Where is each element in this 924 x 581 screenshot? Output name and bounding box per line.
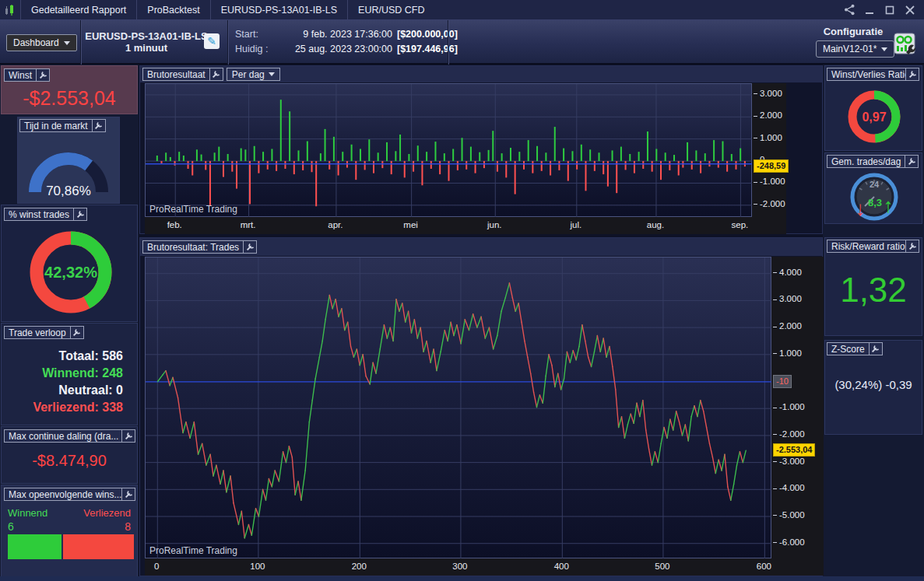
x-tick-label: mrt. xyxy=(231,220,265,229)
tab-probacktest[interactable]: ProBacktest xyxy=(136,0,209,19)
wrench-icon[interactable] xyxy=(122,488,135,501)
wrench-icon[interactable] xyxy=(905,155,919,168)
start-label: Start: xyxy=(235,27,276,42)
trades-chart-header: Brutoresultaat: Trades xyxy=(140,238,822,257)
wrench-icon[interactable] xyxy=(870,342,883,355)
svg-text:8,3: 8,3 xyxy=(868,197,882,208)
y-tick-label: -2.000 xyxy=(773,429,805,439)
x-tick-label: 400 xyxy=(544,562,578,571)
x-tick-label: 600 xyxy=(747,562,781,571)
widget-wv-ratio-title: Winst/Verlies Ratio xyxy=(827,68,906,81)
streak-win-label: Winnend xyxy=(8,507,47,519)
trades-chart-y-axis: 4.0003.0002.0001.000-1.000-2.000-3.000-4… xyxy=(771,257,824,576)
trade-verloop-row: Winnend: 248 xyxy=(2,365,139,382)
wrench-icon[interactable] xyxy=(906,68,919,81)
trades-chart-x-axis: 0100200300400500600 xyxy=(145,558,771,576)
tab-strategy[interactable]: EURUSD-PS-13A01-IB-LS xyxy=(210,0,347,19)
period-dropdown[interactable]: Per dag xyxy=(227,68,280,81)
tab-instrument[interactable]: EUR/USD CFD xyxy=(347,0,434,19)
winst-value: -$2.553,04 xyxy=(2,87,137,110)
period-dropdown-value: Per dag xyxy=(232,69,265,80)
x-tick-label: feb. xyxy=(157,220,191,229)
streak-lose-label: Verliezend xyxy=(83,507,131,519)
widget-risk-reward: Risk/Reward ratio 1,32 xyxy=(824,237,922,336)
widget-winst-title: Winst xyxy=(4,68,37,82)
equity-curve-plot[interactable]: ProRealTime Trading xyxy=(145,257,771,558)
max-daling-value: -$8.474,90 xyxy=(2,452,137,470)
share-icon[interactable] xyxy=(843,4,855,16)
y-tick-label: 3.000 xyxy=(773,294,802,303)
strategy-timeframe: 1 minuut xyxy=(84,42,209,54)
watermark: ProRealTime Trading xyxy=(149,204,237,215)
streak-win-bar xyxy=(8,534,61,559)
config-dropdown-value: MainV12-01* xyxy=(823,44,877,54)
current-amount: [$197.446,96] xyxy=(397,42,458,57)
dashboard-dropdown[interactable]: Dashboard xyxy=(6,34,77,51)
dashboard-dropdown-label: Dashboard xyxy=(13,37,59,48)
streak-win-value: 6 xyxy=(8,520,14,533)
widget-max-opeenvolgend-title: Max opeenvolgende wins... xyxy=(4,488,122,501)
y-tick-label: -2.000 xyxy=(754,199,785,208)
x-tick-label: 200 xyxy=(342,562,376,571)
y-tick-label: 2.000 xyxy=(773,321,802,331)
wrench-icon[interactable] xyxy=(37,68,50,82)
wrench-icon[interactable] xyxy=(244,240,257,254)
svg-text:0,97: 0,97 xyxy=(862,110,886,124)
backtest-period-info: Start: 9 feb. 2023 17:36:00 [$200.000,00… xyxy=(235,27,458,57)
daily-chart-header: Brutoresultaat Per dag xyxy=(140,66,822,83)
svg-text:↓: ↓ xyxy=(855,197,866,220)
x-tick-label: aug. xyxy=(638,220,673,229)
x-tick-label: jun. xyxy=(477,220,511,229)
x-tick-label: 300 xyxy=(443,562,477,571)
widget-tijd-in-de-markt: Tijd in de markt 70,86% xyxy=(17,117,120,204)
svg-text:↑: ↑ xyxy=(884,194,894,217)
y-tick-label: 1.000 xyxy=(773,348,802,358)
daily-chart-y-axis: 3.0002.0001.0000-1.000-2.000-248,59 xyxy=(752,83,786,234)
edit-pencil-icon[interactable]: ✎ xyxy=(204,33,220,49)
wrench-icon[interactable] xyxy=(71,326,84,339)
config-dropdown[interactable]: MainV12-01* xyxy=(816,40,894,58)
wrench-icon[interactable] xyxy=(906,240,919,253)
widget-risk-reward-title: Risk/Reward ratio xyxy=(827,240,906,253)
strategy-name: EURUSD-PS-13A01-IB-LS xyxy=(84,30,209,42)
wrench-icon[interactable] xyxy=(93,119,106,132)
widget-trade-verloop: Trade verloop Totaal: 586Winnend: 248Neu… xyxy=(1,323,138,425)
wrench-icon[interactable] xyxy=(210,68,223,81)
trades-per-dag-gauge: 24↓↑8,3 xyxy=(849,172,899,222)
wv-ratio-donut: 0,97 xyxy=(843,86,905,148)
axis-value-chip: -10 xyxy=(773,375,792,388)
trade-verloop-row: Neutraal: 0 xyxy=(2,382,139,399)
svg-text:24: 24 xyxy=(870,180,880,189)
y-tick-label: 2.000 xyxy=(754,110,782,120)
config-tool-icon[interactable] xyxy=(894,33,915,54)
maximize-icon[interactable] xyxy=(884,4,896,16)
streak-lose-value: 8 xyxy=(125,520,131,533)
y-tick-label: 4.000 xyxy=(773,268,802,277)
widget-wv-ratio: Winst/Verlies Ratio 0,97 xyxy=(824,65,922,151)
axis-value-chip: -2.553,04 xyxy=(773,443,815,457)
chevron-down-icon xyxy=(269,72,275,76)
strategy-title: EURUSD-PS-13A01-IB-LS 1 minuut xyxy=(84,30,209,54)
title-bar: Gedetailleerd Rapport ProBacktest EURUSD… xyxy=(0,0,924,20)
svg-text:42,32%: 42,32% xyxy=(44,264,97,281)
minimize-icon[interactable] xyxy=(863,4,876,16)
widget-z-score-title: Z-Score xyxy=(827,342,870,355)
wrench-icon[interactable] xyxy=(122,429,135,443)
daily-bar-plot[interactable]: ProRealTime Trading xyxy=(145,83,752,217)
current-label: Huidig : xyxy=(235,42,276,57)
trades-chart-panel: Brutoresultaat: Trades ProRealTime Tradi… xyxy=(139,237,823,576)
axis-value-chip: -248,59 xyxy=(754,159,789,173)
close-icon[interactable] xyxy=(904,4,916,16)
wrench-icon[interactable] xyxy=(74,208,87,221)
chevron-down-icon xyxy=(64,41,70,45)
app-logo-icon xyxy=(0,0,20,19)
daily-result-chart-panel: Brutoresultaat Per dag ProRealTime Tradi… xyxy=(139,65,823,234)
y-tick-label: -4.000 xyxy=(773,483,805,492)
tab-gedetailleerd-rapport[interactable]: Gedetailleerd Rapport xyxy=(20,0,136,19)
trade-verloop-rows: Totaal: 586Winnend: 248Neutraal: 0Verlie… xyxy=(2,348,139,416)
x-tick-label: 100 xyxy=(241,562,275,571)
y-tick-label: 1.000 xyxy=(754,133,782,142)
x-tick-label: mei xyxy=(394,220,428,229)
daily-chart-title: Brutoresultaat xyxy=(142,68,210,81)
y-tick-label: 3.000 xyxy=(754,89,782,98)
